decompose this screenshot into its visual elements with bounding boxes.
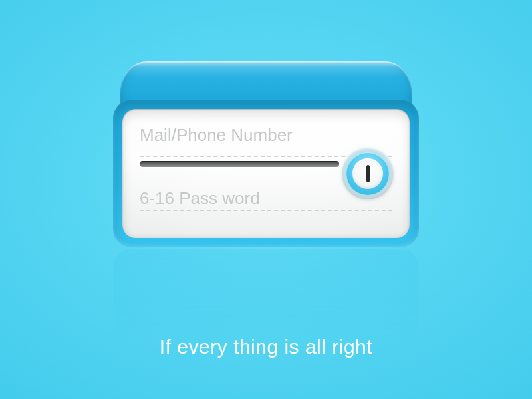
- password-input[interactable]: [140, 187, 339, 214]
- power-bar-icon: [366, 165, 370, 182]
- submit-button[interactable]: [342, 148, 394, 200]
- password-field-wrap: [140, 187, 339, 214]
- button-face: [352, 158, 383, 189]
- username-field-wrap: [140, 124, 339, 151]
- login-panel: [122, 109, 410, 238]
- username-input[interactable]: [140, 124, 339, 151]
- login-device: [113, 61, 419, 342]
- reflection: [113, 249, 419, 342]
- device-front: [113, 100, 419, 247]
- disc-slot-icon: [140, 161, 339, 167]
- caption-text: If every thing is all right: [0, 336, 532, 358]
